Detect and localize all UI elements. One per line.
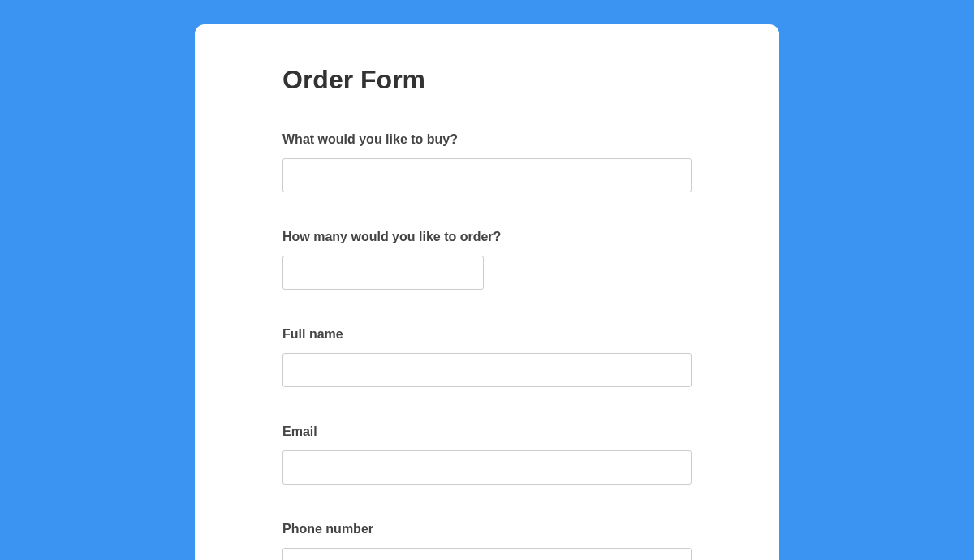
form-group-fullname: Full name: [282, 327, 692, 387]
phone-label: Phone number: [282, 522, 692, 536]
product-input[interactable]: [282, 158, 692, 192]
form-title: Order Form: [282, 65, 692, 95]
form-group-product: What would you like to buy?: [282, 132, 692, 192]
quantity-input[interactable]: [282, 256, 484, 290]
order-form-card: Order Form What would you like to buy? H…: [195, 24, 779, 560]
quantity-label: How many would you like to order?: [282, 230, 692, 244]
email-label: Email: [282, 424, 692, 439]
email-input[interactable]: [282, 450, 692, 485]
phone-input[interactable]: [282, 548, 692, 560]
form-group-quantity: How many would you like to order?: [282, 230, 692, 290]
form-group-email: Email: [282, 424, 692, 485]
fullname-label: Full name: [282, 327, 692, 342]
form-group-phone: Phone number: [282, 522, 692, 560]
product-label: What would you like to buy?: [282, 132, 692, 147]
fullname-input[interactable]: [282, 353, 692, 387]
